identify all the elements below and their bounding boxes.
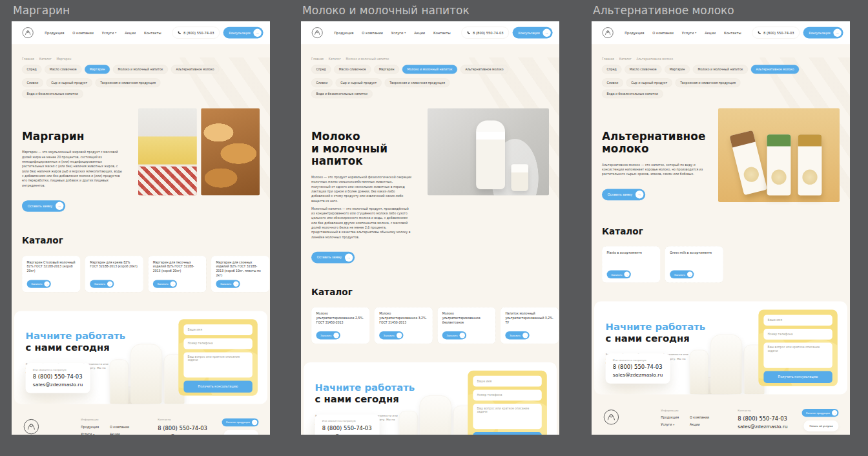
chip-cheese[interactable]: Сыр и сырный продукт: [626, 78, 672, 87]
footer-catalog-button[interactable]: Каталог продукции→: [802, 409, 839, 417]
chip-cream[interactable]: Сливки: [602, 78, 623, 87]
chip-water[interactable]: Вода и безалкогольные напитки: [311, 90, 373, 99]
chip-butter[interactable]: Масло сливочное: [625, 65, 661, 74]
logo-goat-emblem-icon[interactable]: [603, 409, 620, 426]
chip-cottage[interactable]: Творожная и сливочная продукция: [676, 78, 741, 87]
footer-link-about[interactable]: О компании: [110, 425, 129, 429]
message-input[interactable]: [763, 343, 832, 368]
footer-link-products[interactable]: Продукция: [661, 415, 679, 419]
name-input[interactable]: [473, 376, 541, 387]
chip-milk[interactable]: Молоко и молочный напиток: [402, 65, 457, 74]
order-button[interactable]: Заказать→: [90, 280, 114, 287]
name-input[interactable]: [183, 324, 252, 335]
nav-products[interactable]: Продукция: [45, 31, 64, 35]
contact-email-link[interactable]: sales@zdezmaslo.ru: [613, 372, 663, 378]
contact-phone-link[interactable]: 8 (800) 550-74-03: [33, 374, 83, 380]
contact-email-link[interactable]: sales@zdezmaslo.ru: [33, 382, 83, 388]
nav-contacts[interactable]: Контакты: [433, 31, 451, 35]
footer-link-about[interactable]: О компании: [690, 415, 709, 419]
footer-link-services[interactable]: Услуги▾: [661, 423, 679, 427]
chip-spred[interactable]: Спред: [602, 65, 621, 74]
hero-request-button[interactable]: Оставить заявку →: [311, 252, 355, 264]
nav-services[interactable]: Услуги▾: [102, 31, 117, 35]
footer-link-products[interactable]: Продукция: [81, 425, 99, 429]
chip-milk[interactable]: Молоко и молочный напиток: [693, 65, 748, 74]
chip-spred[interactable]: Спред: [311, 65, 331, 74]
nav-about[interactable]: О компании: [652, 31, 674, 35]
nav-products[interactable]: Продукция: [625, 31, 644, 35]
nav-about[interactable]: О компании: [72, 31, 94, 35]
contact-email-link[interactable]: sales@zdezmaslo.ru: [322, 433, 372, 435]
footer-catalog-button[interactable]: Каталог продукции→: [222, 419, 259, 426]
order-button[interactable]: Заказать→: [216, 280, 240, 287]
phone-input[interactable]: [473, 390, 541, 401]
nav-services[interactable]: Услуги▾: [391, 31, 406, 35]
contact-phone-link[interactable]: 8 (800) 550-74-03: [322, 425, 372, 431]
logo-goat-emblem-icon[interactable]: [23, 419, 40, 435]
form-submit-button[interactable]: Получить консультацию: [763, 371, 832, 383]
footer-link-services[interactable]: Услуги▾: [81, 433, 99, 435]
footer-link-promos[interactable]: Акции: [110, 433, 129, 435]
hero-request-button[interactable]: Оставить заявку →: [602, 189, 645, 200]
header-phone[interactable]: 8 (800) 550-74-03: [172, 26, 220, 38]
breadcrumb-home[interactable]: Главная: [22, 57, 34, 61]
chip-cheese[interactable]: Сыр и сырный продукт: [46, 78, 92, 87]
order-button[interactable]: Заказать→: [316, 331, 340, 339]
chip-cream[interactable]: Сливки: [311, 78, 333, 87]
contact-phone-link[interactable]: 8 (800) 550-74-03: [613, 364, 663, 371]
order-button[interactable]: Заказать→: [442, 331, 466, 339]
footer-phone-link[interactable]: 8 (800) 550-74-03: [158, 425, 207, 431]
message-input[interactable]: [473, 404, 541, 429]
phone-input[interactable]: [763, 329, 832, 340]
nav-promos[interactable]: Акции: [414, 31, 425, 35]
message-input[interactable]: [183, 352, 252, 377]
nav-contacts[interactable]: Контакты: [724, 31, 741, 35]
consultation-button[interactable]: Консультация →: [513, 27, 553, 39]
breadcrumb-home[interactable]: Главная: [311, 57, 324, 61]
chip-margarine[interactable]: Маргарин: [85, 65, 110, 74]
order-button[interactable]: Заказать→: [27, 280, 51, 287]
nav-about[interactable]: О компании: [362, 31, 383, 35]
chip-alt-milk[interactable]: Альтернативное молоко: [460, 65, 508, 74]
order-button[interactable]: Заказать→: [607, 271, 631, 278]
chip-butter[interactable]: Масло сливочное: [45, 65, 81, 74]
nav-promos[interactable]: Акции: [705, 31, 716, 35]
footer-services-button[interactable]: Узнать об услугах: [223, 430, 258, 435]
footer-email-link[interactable]: sales@zdezmaslo.ru: [738, 424, 787, 430]
chip-alt-milk[interactable]: Альтернативное молоко: [171, 65, 219, 74]
header-phone[interactable]: 8 (800) 550-74-03: [752, 26, 800, 38]
chip-water[interactable]: Вода и безалкогольные напитки: [602, 90, 663, 99]
nav-promos[interactable]: Акции: [125, 31, 136, 35]
nav-services[interactable]: Услуги▾: [682, 31, 697, 35]
chip-butter[interactable]: Масло сливочное: [334, 65, 371, 74]
chip-water[interactable]: Вода и безалкогольные напитки: [22, 90, 83, 99]
breadcrumb-catalog[interactable]: Каталог: [326, 57, 341, 61]
nav-products[interactable]: Продукция: [334, 31, 353, 35]
form-submit-button[interactable]: Получить консультацию: [473, 432, 541, 435]
breadcrumb-catalog[interactable]: Каталог: [616, 57, 632, 61]
order-button[interactable]: Заказать→: [670, 271, 694, 278]
chip-margarine[interactable]: Маргарин: [374, 65, 399, 74]
logo-goat-emblem-icon[interactable]: [602, 26, 614, 38]
logo-goat-emblem-icon[interactable]: [311, 26, 323, 38]
breadcrumb-catalog[interactable]: Каталог: [36, 57, 52, 61]
header-phone[interactable]: 8 (800) 550-74-03: [462, 26, 510, 38]
hero-request-button[interactable]: Оставить заявку →: [22, 200, 65, 212]
chip-milk[interactable]: Молоко и молочный напиток: [113, 65, 168, 74]
name-input[interactable]: [763, 315, 832, 326]
chip-alt-milk[interactable]: Альтернативное молоко: [751, 65, 799, 74]
footer-email-link[interactable]: sales@zdezmaslo.ru: [158, 433, 207, 435]
chip-cheese[interactable]: Сыр и сырный продукт: [336, 78, 382, 87]
form-submit-button[interactable]: Получить консультацию: [183, 380, 252, 392]
order-button[interactable]: Заказать→: [153, 280, 177, 287]
breadcrumb-home[interactable]: Главная: [602, 57, 614, 61]
consultation-button[interactable]: Консультация →: [223, 27, 264, 39]
footer-link-promos[interactable]: Акции: [690, 423, 709, 427]
chip-margarine[interactable]: Маргарин: [665, 65, 690, 74]
footer-phone-link[interactable]: 8 (800) 550-74-03: [738, 415, 787, 422]
footer-services-button[interactable]: Узнать об услугах: [803, 420, 838, 431]
chip-cream[interactable]: Сливки: [22, 78, 43, 87]
nav-contacts[interactable]: Контакты: [144, 31, 161, 35]
chip-cottage[interactable]: Творожная и сливочная продукция: [385, 78, 450, 87]
phone-input[interactable]: [183, 338, 252, 349]
